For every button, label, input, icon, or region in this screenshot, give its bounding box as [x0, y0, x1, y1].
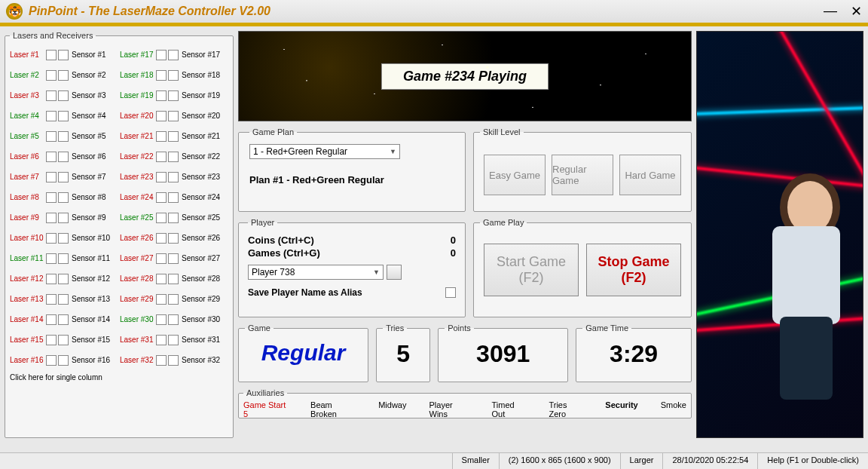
- sensor-checkbox[interactable]: [168, 253, 179, 264]
- laser-checkbox[interactable]: [46, 233, 57, 244]
- player-add-button[interactable]: [387, 265, 402, 280]
- laser-checkbox[interactable]: [46, 152, 57, 162]
- sensor-checkbox[interactable]: [58, 253, 69, 264]
- sensor-checkbox[interactable]: [168, 50, 179, 60]
- laser-checkbox[interactable]: [156, 131, 167, 142]
- sensor-checkbox[interactable]: [58, 314, 69, 325]
- help-button[interactable]: Help (F1 or Double-click): [757, 453, 868, 469]
- sensor-checkbox[interactable]: [168, 314, 179, 325]
- sensor-checkbox[interactable]: [168, 152, 179, 162]
- larger-button[interactable]: Larger: [620, 453, 663, 469]
- sensor-label: Sensor #23: [182, 173, 220, 181]
- laser-label: Laser #28: [120, 274, 154, 283]
- aux-item[interactable]: Timed Out: [491, 400, 526, 418]
- app-icon: 🐯: [6, 3, 23, 20]
- laser-checkbox[interactable]: [156, 355, 167, 366]
- laser-checkbox[interactable]: [156, 314, 167, 325]
- laser-checkbox[interactable]: [46, 335, 57, 345]
- sensor-checkbox[interactable]: [58, 131, 69, 142]
- laser-checkbox[interactable]: [156, 172, 167, 182]
- laser-checkbox[interactable]: [46, 213, 57, 223]
- sensor-checkbox[interactable]: [58, 70, 69, 81]
- minimize-button[interactable]: —: [824, 3, 837, 20]
- start-game-button[interactable]: Start Game(F2): [484, 244, 579, 296]
- sensor-checkbox[interactable]: [58, 355, 69, 366]
- stop-game-button[interactable]: Stop Game(F2): [586, 244, 681, 296]
- titlebar: 🐯 PinPoint - The LaserMaze Controller V2…: [0, 0, 868, 24]
- laser-checkbox[interactable]: [156, 90, 167, 101]
- close-button[interactable]: ✕: [851, 3, 862, 20]
- laser-checkbox[interactable]: [156, 294, 167, 305]
- sensor-checkbox[interactable]: [168, 192, 179, 203]
- regular-game-button[interactable]: Regular Game: [552, 155, 613, 195]
- sensor-checkbox[interactable]: [168, 131, 179, 142]
- sensor-checkbox[interactable]: [58, 192, 69, 203]
- laser-checkbox[interactable]: [46, 274, 57, 284]
- laser-checkbox[interactable]: [46, 50, 57, 60]
- laser-checkbox[interactable]: [156, 111, 167, 121]
- sensor-checkbox[interactable]: [58, 90, 69, 101]
- sensor-checkbox[interactable]: [58, 274, 69, 284]
- laser-checkbox[interactable]: [46, 294, 57, 305]
- sensor-label: Sensor #10: [72, 234, 110, 242]
- sensor-checkbox[interactable]: [168, 213, 179, 223]
- aux-item[interactable]: Tries Zero: [549, 400, 582, 418]
- laser-row: Laser #23Sensor #23: [120, 167, 228, 187]
- sensor-checkbox[interactable]: [168, 90, 179, 101]
- sensor-checkbox[interactable]: [58, 111, 69, 121]
- gameplan-select[interactable]: 1 - Red+Green Regular ▼: [249, 144, 400, 159]
- laser-checkbox[interactable]: [156, 253, 167, 264]
- sensor-checkbox[interactable]: [58, 335, 69, 345]
- aux-item[interactable]: Beam Broken: [310, 400, 356, 418]
- sensor-checkbox[interactable]: [58, 50, 69, 60]
- laser-checkbox[interactable]: [46, 70, 57, 81]
- laser-checkbox[interactable]: [156, 50, 167, 60]
- aux-item[interactable]: Player Wins: [429, 400, 469, 418]
- laser-row: Laser #15Sensor #15: [10, 330, 118, 350]
- sensor-checkbox[interactable]: [58, 294, 69, 305]
- laser-checkbox[interactable]: [46, 192, 57, 203]
- laser-checkbox[interactable]: [156, 274, 167, 284]
- sensor-checkbox[interactable]: [168, 111, 179, 121]
- hard-game-button[interactable]: Hard Game: [619, 155, 681, 195]
- sensor-checkbox[interactable]: [58, 233, 69, 244]
- sensor-checkbox[interactable]: [168, 335, 179, 345]
- sensor-checkbox[interactable]: [168, 355, 179, 366]
- sensor-checkbox[interactable]: [168, 274, 179, 284]
- laser-checkbox[interactable]: [46, 131, 57, 142]
- player-select[interactable]: Player 738 ▼: [248, 265, 384, 280]
- aux-item[interactable]: Smoke: [661, 400, 686, 418]
- single-column-toggle[interactable]: Click here for single column: [10, 373, 228, 382]
- laser-checkbox[interactable]: [156, 192, 167, 203]
- sensor-checkbox[interactable]: [168, 172, 179, 182]
- laser-label: Laser #18: [120, 71, 154, 79]
- laser-checkbox[interactable]: [46, 314, 57, 325]
- aux-item[interactable]: Game Start 5: [243, 400, 288, 418]
- smaller-button[interactable]: Smaller: [452, 453, 499, 469]
- aux-item[interactable]: Midway: [378, 400, 406, 418]
- sensor-checkbox[interactable]: [168, 70, 179, 81]
- save-alias-checkbox[interactable]: [445, 287, 456, 298]
- sensor-checkbox[interactable]: [168, 233, 179, 244]
- laser-checkbox[interactable]: [46, 172, 57, 182]
- sensor-checkbox[interactable]: [58, 213, 69, 223]
- laser-checkbox[interactable]: [46, 111, 57, 121]
- sensor-checkbox[interactable]: [58, 172, 69, 182]
- laser-checkbox[interactable]: [46, 253, 57, 264]
- laser-checkbox[interactable]: [46, 90, 57, 101]
- points-value: 3091: [445, 340, 561, 368]
- laser-checkbox[interactable]: [156, 233, 167, 244]
- easy-game-button[interactable]: Easy Game: [484, 155, 546, 195]
- aux-item[interactable]: Security: [605, 400, 637, 418]
- laser-checkbox[interactable]: [156, 335, 167, 345]
- sensor-label: Sensor #14: [72, 315, 110, 323]
- laser-checkbox[interactable]: [156, 70, 167, 81]
- laser-row: Laser #4Sensor #4: [10, 106, 118, 126]
- laser-row: Laser #3Sensor #3: [10, 85, 118, 106]
- laser-checkbox[interactable]: [156, 152, 167, 162]
- sensor-checkbox[interactable]: [168, 294, 179, 305]
- laser-row: Laser #21Sensor #21: [120, 126, 228, 146]
- sensor-checkbox[interactable]: [58, 152, 69, 162]
- laser-checkbox[interactable]: [46, 355, 57, 366]
- laser-checkbox[interactable]: [156, 213, 167, 223]
